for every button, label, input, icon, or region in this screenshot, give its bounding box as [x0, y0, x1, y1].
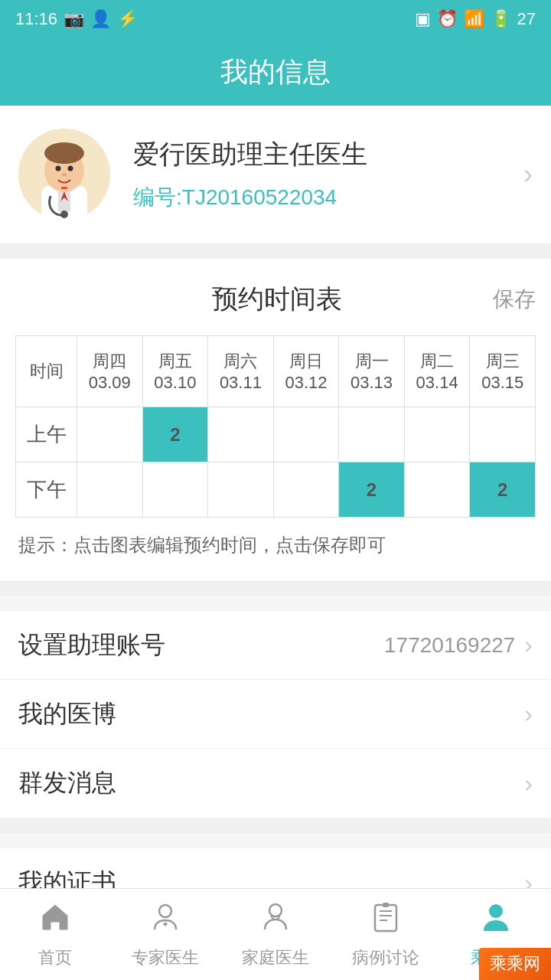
- col-mon[interactable]: 周一 03.13: [339, 336, 405, 407]
- settings-arrow-yibo: ›: [524, 700, 533, 728]
- settings-label-broadcast: 群发消息: [18, 766, 524, 800]
- col-sat[interactable]: 周六 03.11: [208, 336, 274, 407]
- schedule-section: 预约时间表 保存 时间 周四 03.09 周五 03.10 周六 03.11: [0, 259, 551, 580]
- afternoon-label: 下午: [16, 462, 77, 518]
- nav-home[interactable]: 首页: [0, 889, 110, 980]
- status-bar: 11:16 📷 👤 ⚡ ▣ ⏰ 📶 🔋 27: [0, 0, 551, 38]
- nav-profile[interactable]: 乘乘网 乘乘网: [441, 889, 551, 980]
- profile-arrow-icon: ›: [523, 158, 533, 191]
- col-tue-date: 03.14: [408, 373, 467, 393]
- settings-item-assistant[interactable]: 设置助理账号 17720169227 ›: [0, 611, 551, 680]
- afternoon-tue[interactable]: [404, 462, 470, 518]
- col-mon-day: 周一: [342, 350, 401, 373]
- col-thu-date: 03.09: [80, 373, 139, 393]
- svg-point-14: [269, 904, 282, 916]
- status-time: 11:16: [15, 9, 57, 29]
- morning-sat[interactable]: [208, 407, 274, 462]
- svg-point-6: [56, 166, 61, 172]
- morning-mon[interactable]: [339, 407, 405, 462]
- settings-item-broadcast[interactable]: 群发消息 ›: [0, 749, 551, 818]
- schedule-title: 预约时间表: [61, 282, 493, 317]
- col-fri-day: 周五: [146, 350, 205, 373]
- svg-rect-10: [61, 187, 67, 189]
- schedule-header: 预约时间表 保存: [15, 282, 536, 317]
- expert-doctor-icon: [148, 900, 182, 942]
- save-button[interactable]: 保存: [493, 285, 536, 314]
- morning-sun[interactable]: [273, 407, 339, 462]
- nav-home-label: 首页: [38, 946, 72, 969]
- morning-tue[interactable]: [404, 407, 470, 462]
- signal-icon: 📶: [464, 9, 484, 29]
- col-wed-date: 03.15: [473, 373, 532, 393]
- col-tue[interactable]: 周二 03.14: [404, 336, 470, 407]
- sim-icon: ▣: [415, 9, 431, 29]
- nav-family-doctor[interactable]: 家庭医生: [220, 889, 331, 980]
- settings-section: 设置助理账号 17720169227 › 我的医博 › 群发消息 ›: [0, 611, 551, 818]
- col-sat-date: 03.11: [211, 373, 270, 393]
- col-thu[interactable]: 周四 03.09: [77, 336, 143, 407]
- home-icon: [38, 900, 72, 942]
- usb-icon: ⚡: [117, 9, 138, 29]
- svg-point-20: [489, 904, 503, 918]
- svg-rect-19: [383, 903, 389, 907]
- page-header: 我的信息: [0, 38, 551, 106]
- col-sun-day: 周日: [277, 350, 336, 373]
- profile-id: 编号:TJ20160522034: [133, 183, 523, 212]
- profile-icon: [479, 900, 513, 942]
- morning-wed[interactable]: [470, 407, 536, 462]
- case-discussion-icon: [369, 900, 403, 942]
- status-right: ▣ ⏰ 📶 🔋 27: [415, 9, 536, 29]
- nav-case-discussion[interactable]: 病例讨论: [331, 889, 441, 980]
- svg-point-11: [159, 905, 171, 917]
- col-fri[interactable]: 周五 03.10: [142, 336, 208, 407]
- divider-1: [0, 243, 551, 259]
- morning-fri[interactable]: 2: [142, 407, 208, 462]
- schedule-hint: 提示：点击图表编辑预约时间，点击保存即可: [15, 533, 536, 557]
- morning-label: 上午: [16, 407, 77, 462]
- morning-thu[interactable]: [77, 407, 143, 462]
- nav-expert-doctor[interactable]: 专家医生: [110, 889, 220, 980]
- col-sun[interactable]: 周日 03.12: [273, 336, 339, 407]
- avatar-image: [18, 129, 110, 220]
- clock-icon: ⏰: [437, 9, 458, 29]
- settings-label-assistant: 设置助理账号: [18, 629, 384, 662]
- afternoon-thu[interactable]: [77, 462, 143, 518]
- svg-point-8: [62, 173, 67, 176]
- col-fri-date: 03.10: [146, 373, 205, 393]
- morning-row: 上午 2: [16, 407, 536, 462]
- battery-icon: 🔋: [491, 9, 511, 29]
- schedule-table: 时间 周四 03.09 周五 03.10 周六 03.11 周日 03.12: [15, 335, 536, 518]
- afternoon-fri[interactable]: [142, 462, 208, 518]
- settings-arrow-broadcast: ›: [524, 769, 533, 798]
- avatar: [18, 129, 110, 220]
- afternoon-mon[interactable]: 2: [339, 462, 405, 518]
- battery-level: 27: [517, 9, 536, 29]
- afternoon-sat[interactable]: [208, 462, 274, 518]
- divider-3: [0, 818, 551, 833]
- status-left: 11:16 📷 👤 ⚡: [15, 9, 138, 29]
- time-header: 时间: [16, 336, 77, 407]
- col-tue-day: 周二: [408, 350, 467, 373]
- col-mon-date: 03.13: [342, 373, 401, 393]
- afternoon-sun[interactable]: [273, 462, 339, 518]
- col-wed-day: 周三: [473, 350, 532, 373]
- col-wed[interactable]: 周三 03.15: [470, 336, 536, 407]
- profile-info: 爱行医助理主任医生 编号:TJ20160522034: [133, 137, 523, 212]
- svg-point-7: [68, 166, 73, 172]
- profile-id-label: 编号:: [133, 185, 182, 209]
- settings-arrow-assistant: ›: [524, 631, 533, 659]
- col-thu-day: 周四: [80, 350, 139, 373]
- profile-name: 爱行医助理主任医生: [133, 137, 523, 172]
- family-doctor-icon: [259, 900, 292, 942]
- afternoon-row: 下午 2 2: [16, 462, 536, 518]
- page-title: 我的信息: [220, 54, 331, 91]
- watermark-badge: 乘乘网: [479, 948, 551, 980]
- settings-label-yibo: 我的医博: [18, 697, 524, 731]
- col-sun-date: 03.12: [277, 373, 336, 393]
- profile-section[interactable]: 爱行医助理主任医生 编号:TJ20160522034 ›: [0, 106, 551, 243]
- table-header-row: 时间 周四 03.09 周五 03.10 周六 03.11 周日 03.12: [16, 336, 536, 407]
- settings-item-yibo[interactable]: 我的医博 ›: [0, 680, 551, 749]
- col-sat-day: 周六: [211, 350, 270, 373]
- afternoon-wed[interactable]: 2: [470, 462, 536, 518]
- nav-expert-doctor-label: 专家医生: [132, 946, 199, 969]
